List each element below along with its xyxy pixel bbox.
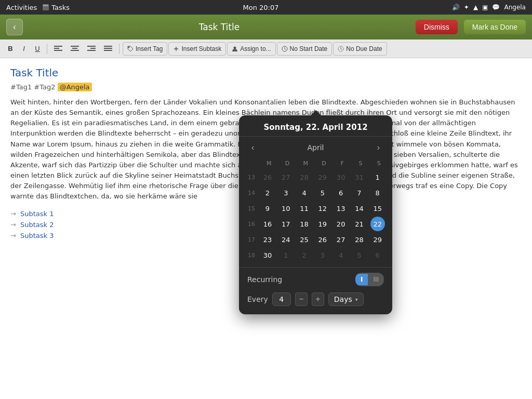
no-due-date-button[interactable]: No Due Date <box>333 42 387 56</box>
subtask-link-1[interactable]: Subtask 1 <box>20 210 54 218</box>
svg-rect-5 <box>71 46 79 47</box>
cal-day-w4-d6[interactable]: 29 <box>370 232 385 247</box>
calendar-week-5: 1830123456 <box>243 247 388 263</box>
cal-day-w4-d1[interactable]: 24 <box>278 232 293 247</box>
back-button[interactable]: ‹ <box>6 19 23 35</box>
cal-day-w5-d1[interactable]: 1 <box>278 248 293 262</box>
cal-day-w3-d0[interactable]: 16 <box>260 217 275 231</box>
recurring-toggle[interactable]: I III <box>355 273 384 286</box>
align-left-button[interactable] <box>50 42 66 56</box>
cal-day-w2-d0[interactable]: 9 <box>260 201 275 216</box>
cal-day-w0-d0[interactable]: 26 <box>260 170 275 184</box>
battery-icon[interactable]: ▣ <box>482 4 488 11</box>
notification-icon[interactable]: 💬 <box>492 4 500 11</box>
toggle-on[interactable]: I <box>355 274 368 285</box>
cal-day-w0-d5[interactable]: 31 <box>352 170 366 184</box>
system-time: Mon 20:07 <box>243 4 278 11</box>
weekday-2: M <box>297 158 315 168</box>
cal-day-w2-d3[interactable]: 12 <box>315 201 330 216</box>
insert-subtask-button[interactable]: Insert Subtask <box>168 42 226 56</box>
calendar-nav: ‹ April › <box>239 137 392 158</box>
svg-rect-2 <box>54 46 62 47</box>
bold-button[interactable]: B <box>4 42 17 56</box>
cal-day-w4-d5[interactable]: 28 <box>352 232 366 247</box>
calendar-grid: M D M D F S S 13262728293031114234567815… <box>239 158 392 263</box>
cal-day-w5-d3[interactable]: 3 <box>315 248 330 262</box>
week-num-3: 16 <box>243 216 260 232</box>
cal-day-w1-d3[interactable]: 5 <box>315 185 330 200</box>
cal-day-w3-d3[interactable]: 19 <box>315 217 330 231</box>
cal-day-w2-d1[interactable]: 10 <box>278 201 293 216</box>
cal-day-w0-d2[interactable]: 28 <box>297 170 312 184</box>
toggle-off[interactable]: III <box>368 274 384 285</box>
assign-to-button[interactable]: Assign to... <box>227 42 275 56</box>
cal-day-w5-d4[interactable]: 4 <box>334 248 348 262</box>
prev-month-button[interactable]: ‹ <box>247 141 258 154</box>
cal-day-w2-d4[interactable]: 13 <box>334 201 348 216</box>
cal-day-w1-d4[interactable]: 6 <box>334 185 348 200</box>
separator-1 <box>47 44 47 54</box>
week-num-1: 14 <box>243 185 260 201</box>
tag-angela: @Angela <box>58 83 92 91</box>
cal-day-w1-d1[interactable]: 3 <box>278 185 293 200</box>
every-label: Every <box>247 295 268 303</box>
cal-day-w2-d6[interactable]: 15 <box>370 201 385 216</box>
cal-day-w5-d6[interactable]: 6 <box>370 248 385 262</box>
cal-day-w3-d2[interactable]: 18 <box>297 217 312 231</box>
align-right-button[interactable] <box>84 42 99 56</box>
cal-day-w0-d1[interactable]: 27 <box>278 170 293 184</box>
cal-day-w5-d0[interactable]: 30 <box>260 248 275 262</box>
cal-day-w1-d6[interactable]: 8 <box>370 185 385 200</box>
cal-day-w5-d5[interactable]: 5 <box>352 248 366 262</box>
cal-day-w5-d2[interactable]: 2 <box>297 248 312 262</box>
system-bar-right: 🔊 ✦ ▲ ▣ 💬 Angela <box>452 4 526 11</box>
underline-button[interactable]: U <box>31 42 44 56</box>
task-title[interactable]: Task Title <box>10 66 522 79</box>
svg-rect-10 <box>87 50 96 51</box>
cal-day-w4-d0[interactable]: 23 <box>260 232 275 247</box>
next-month-button[interactable]: › <box>373 141 384 154</box>
cal-day-w1-d0[interactable]: 2 <box>260 185 275 200</box>
cal-day-w1-d2[interactable]: 4 <box>297 185 312 200</box>
subtask-link-3[interactable]: Subtask 3 <box>20 232 54 240</box>
cal-day-w3-d1[interactable]: 17 <box>278 217 293 231</box>
cal-day-w1-d5[interactable]: 7 <box>352 185 366 200</box>
markdone-button[interactable]: Mark as Done <box>464 20 526 34</box>
align-justify-button[interactable] <box>100 42 116 56</box>
svg-rect-4 <box>54 50 62 51</box>
weekday-6: S <box>370 158 388 168</box>
increment-button[interactable]: + <box>312 292 324 306</box>
volume-icon[interactable]: 🔊 <box>452 4 460 11</box>
italic-button[interactable]: I <box>18 42 30 56</box>
insert-tag-button[interactable]: Insert Tag <box>123 42 167 56</box>
cal-day-w3-d5[interactable]: 21 <box>352 217 366 231</box>
system-bar-left: Activities Tasks <box>6 4 70 11</box>
svg-line-20 <box>285 49 286 50</box>
cal-day-w2-d2[interactable]: 11 <box>297 201 312 216</box>
subtask-link-2[interactable]: Subtask 2 <box>20 221 54 229</box>
bluetooth-icon[interactable]: ✦ <box>464 4 469 11</box>
cal-day-w3-d6[interactable]: 22 <box>370 217 385 231</box>
decrement-button[interactable]: − <box>295 292 308 306</box>
cal-day-w0-d3[interactable]: 29 <box>315 170 330 184</box>
calendar-week-0: 132627282930311 <box>243 169 388 185</box>
cal-day-w4-d4[interactable]: 27 <box>334 232 348 247</box>
calendar-week-2: 159101112131415 <box>243 201 388 216</box>
cal-day-w4-d3[interactable]: 26 <box>315 232 330 247</box>
cal-day-w0-d4[interactable]: 30 <box>334 170 348 184</box>
cal-day-w0-d6[interactable]: 1 <box>370 170 385 184</box>
cal-day-w4-d2[interactable]: 25 <box>297 232 312 247</box>
no-start-date-button[interactable]: No Start Date <box>277 42 332 56</box>
unit-select[interactable]: Days ▾ <box>328 292 364 306</box>
wifi-icon[interactable]: ▲ <box>473 4 478 11</box>
activities-label[interactable]: Activities <box>6 4 37 11</box>
week-num-4: 17 <box>243 232 260 247</box>
user-label[interactable]: Angela <box>504 4 526 11</box>
cal-day-w3-d4[interactable]: 20 <box>334 217 348 231</box>
align-center-button[interactable] <box>67 42 83 56</box>
cal-day-w2-d5[interactable]: 14 <box>352 201 366 216</box>
dismiss-button[interactable]: Dismiss <box>416 20 458 34</box>
subtask-arrow-2: → <box>10 221 16 229</box>
week-num-0: 13 <box>243 169 260 185</box>
separator-2 <box>119 44 119 54</box>
